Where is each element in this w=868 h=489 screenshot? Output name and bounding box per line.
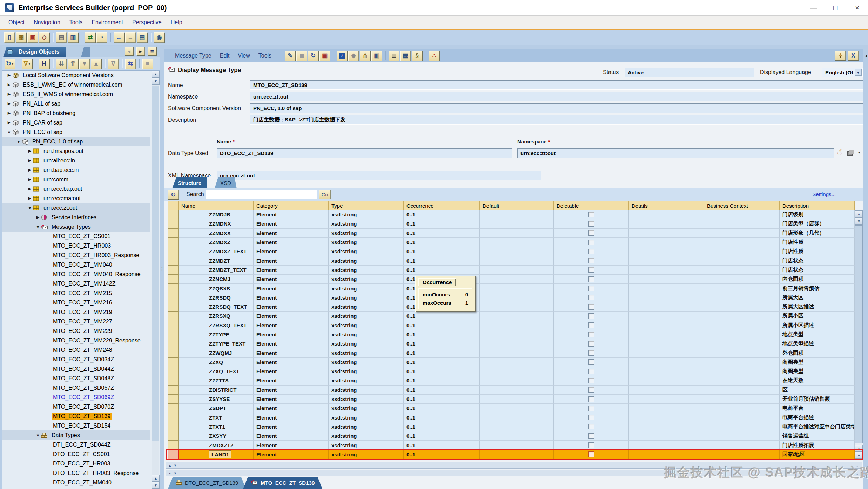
collapse-subtree-icon[interactable]: ⇈ xyxy=(68,59,78,69)
info-icon[interactable]: i xyxy=(337,51,347,61)
expand-subtree-icon[interactable]: ⇊ xyxy=(56,59,67,69)
expand-icon[interactable]: ▶ xyxy=(27,196,33,201)
tree-item-mto-ecc-zt-sd154[interactable]: MTO_ECC_ZT_SD154 xyxy=(2,421,150,430)
deletable-cell[interactable] xyxy=(554,247,629,256)
collapse-icon[interactable]: ▼ xyxy=(15,140,22,144)
scroll-up-icon[interactable]: ▲ xyxy=(152,71,160,78)
tree-item-mto-ecc-zt-cs001[interactable]: MTO_ECC_ZT_CS001 xyxy=(2,232,150,241)
row-selector[interactable] xyxy=(168,450,179,459)
deletable-checkbox[interactable] xyxy=(588,341,594,347)
refresh-structure-icon[interactable]: ↻ xyxy=(168,190,179,199)
minimize-button[interactable]: — xyxy=(803,0,825,16)
deletable-cell[interactable] xyxy=(554,376,629,385)
tree-item-data-types[interactable]: ▼Data Types xyxy=(2,430,150,440)
table-row-zzrsdq-text[interactable]: ZZRSDQ_TEXTElementxsd:string0..1所属大区描述 xyxy=(168,302,855,312)
row-selector[interactable] xyxy=(168,376,179,385)
table-row-zztype-text[interactable]: ZZTYPE_TEXTElementxsd:string0..1地点类型描述 xyxy=(168,339,855,348)
row-selector[interactable] xyxy=(168,431,179,441)
deletable-checkbox[interactable] xyxy=(588,396,594,402)
tree-item-pn-all-of-sap[interactable]: ▶PN_ALL of sap xyxy=(2,99,150,108)
copy-icon[interactable]: ▣ xyxy=(27,32,38,43)
forward-icon[interactable]: → xyxy=(125,32,136,43)
tree-item-dto-ecc-zt-mm040[interactable]: DTO_ECC_ZT_MM040 xyxy=(2,478,150,487)
table-view-icon[interactable]: ▦ xyxy=(400,51,411,61)
log-icon[interactable]: § xyxy=(412,51,422,61)
menu-message-type[interactable]: Message Type xyxy=(175,53,211,59)
deletable-checkbox[interactable] xyxy=(588,322,594,328)
row-selector[interactable] xyxy=(168,312,179,321)
swap-view-icon[interactable]: ⇆ xyxy=(125,59,136,69)
tree-scrollbar[interactable]: ▲ ▼ ▲ ▼ xyxy=(152,71,159,489)
deletable-checkbox[interactable] xyxy=(588,387,594,393)
deletable-cell[interactable] xyxy=(554,312,629,321)
deletable-cell[interactable] xyxy=(554,293,629,302)
collapse-strip[interactable]: ◄ xyxy=(863,46,868,489)
tree-item-urn-comm[interactable]: ▶urn:comm xyxy=(2,175,150,184)
scroll-up-icon[interactable]: ▲ xyxy=(152,475,160,482)
bottom-tab-dto-ecc-zt-sd139[interactable]: DTO_ECC_ZT_SD139 xyxy=(168,477,246,489)
deletable-cell[interactable] xyxy=(554,321,629,330)
filter-off-icon[interactable]: ∇ xyxy=(108,59,119,69)
tree-item-urn-ecc-bap-out[interactable]: ▶urn:ecc:bap:out xyxy=(2,184,150,194)
search-input[interactable] xyxy=(206,190,317,199)
scroll-right-icon[interactable]: ► xyxy=(136,47,145,55)
deletable-cell[interactable] xyxy=(554,238,629,247)
save-icon[interactable]: ◼ xyxy=(296,51,307,61)
deletable-checkbox[interactable] xyxy=(588,258,594,263)
deletable-checkbox[interactable] xyxy=(588,451,594,457)
table-row-zxsyy[interactable]: ZXSYYElementxsd:string0..1销售运营组 xyxy=(168,431,855,441)
tree-item-mto-ecc-zt-sd139[interactable]: MTO_ECC_ZT_SD139 xyxy=(2,411,150,421)
row-selector[interactable] xyxy=(168,348,179,357)
scroll-up-icon[interactable]: ▲ xyxy=(855,210,863,217)
settings-link[interactable]: Settings... xyxy=(812,191,836,197)
where-used-icon[interactable]: ◆ xyxy=(348,51,359,61)
row-selector[interactable] xyxy=(168,293,179,302)
maximize-button[interactable]: □ xyxy=(825,0,846,16)
deletable-cell[interactable] xyxy=(554,275,629,284)
panel-splitter[interactable]: ⋮ ⋮ xyxy=(160,46,164,489)
stop-icon[interactable]: ■ xyxy=(142,59,153,69)
edit-icon[interactable]: ✎ xyxy=(285,51,295,61)
collapse-icon[interactable]: ▼ xyxy=(35,225,41,229)
menu-edit[interactable]: Edit xyxy=(220,53,230,59)
table-row-zzxq[interactable]: ZZXQElementxsd:string0..1商圈类型 xyxy=(168,358,855,367)
print-icon[interactable]: ≣ xyxy=(389,51,399,61)
deletable-cell[interactable] xyxy=(554,266,629,275)
collapse-icon[interactable]: ▼ xyxy=(35,433,41,437)
tree-item-mto-ecc-zt-mm227[interactable]: MTO_ECC_ZT_MM227 xyxy=(2,317,150,326)
scrollbar-thumb[interactable] xyxy=(152,86,159,441)
copy-objects-icon[interactable] xyxy=(849,150,854,154)
tree-item-urn-ecc-zt-out[interactable]: ▼urn:ecc:zt:out xyxy=(2,203,150,213)
menu-view[interactable]: View xyxy=(238,53,250,59)
tab-xsd[interactable]: XSD xyxy=(215,177,237,188)
row-selector[interactable] xyxy=(168,330,179,339)
row-selector[interactable] xyxy=(168,367,179,376)
tree-item-pn-bap-of-baisheng[interactable]: ▶PN_BAP of baisheng xyxy=(2,108,150,118)
deletable-cell[interactable] xyxy=(554,431,629,441)
expand-icon[interactable]: ▶ xyxy=(6,92,12,96)
expand-icon[interactable]: ▶ xyxy=(6,82,12,87)
tree-item-mto-ecc-zt-sd034z[interactable]: MTO_ECC_ZT_SD034Z xyxy=(2,355,150,364)
find-icon[interactable]: H xyxy=(39,59,49,69)
tree-item-urn-ecc-ma-out[interactable]: ▶urn:ecc:ma:out xyxy=(2,194,150,203)
tree-item-dto-ecc-zt-hr003-response[interactable]: DTO_ECC_ZT_HR003_Response xyxy=(2,468,150,478)
worklist-icon[interactable]: ▥ xyxy=(68,32,78,43)
deletable-checkbox[interactable] xyxy=(588,221,594,227)
tree-item-mto-ecc-zt-sd069z[interactable]: MTO_ECC_ZT_SD069Z xyxy=(2,393,150,402)
scroll-up-icon[interactable]: ▲ xyxy=(855,445,863,452)
deletable-checkbox[interactable] xyxy=(588,415,594,420)
table-row-zzztts[interactable]: ZZZTTSElementxsd:string0..1在途天数 xyxy=(168,376,855,385)
deletable-cell[interactable] xyxy=(554,404,629,413)
table-row-zzmdxx[interactable]: ZZMDXXElementxsd:string0..1门店形象（几代） xyxy=(168,229,855,238)
tree-item-mto-ecc-zt-mm248[interactable]: MTO_ECC_ZT_MM248 xyxy=(2,345,150,355)
table-row-zzrsxq-text[interactable]: ZZRSXQ_TEXTElementxsd:string0..1所属小区描述 xyxy=(168,321,855,330)
tree-item-mto-ecc-zt-mm040[interactable]: MTO_ECC_ZT_MM040 xyxy=(2,260,150,269)
deletable-checkbox[interactable] xyxy=(588,424,594,429)
menu-tools[interactable]: Tools xyxy=(258,53,271,59)
collapse-icon[interactable]: ▼ xyxy=(6,130,12,134)
tree-item-dto-ecc-zt-hr003[interactable]: DTO_ECC_ZT_HR003 xyxy=(2,459,150,468)
table-row-zzmdzt[interactable]: ZZMDZTElementxsd:string0..1门店状态 xyxy=(168,256,855,265)
deletable-cell[interactable] xyxy=(554,386,629,395)
scroll-up-icon[interactable]: ▲ xyxy=(168,471,171,475)
expand-icon[interactable]: ▶ xyxy=(6,73,12,78)
